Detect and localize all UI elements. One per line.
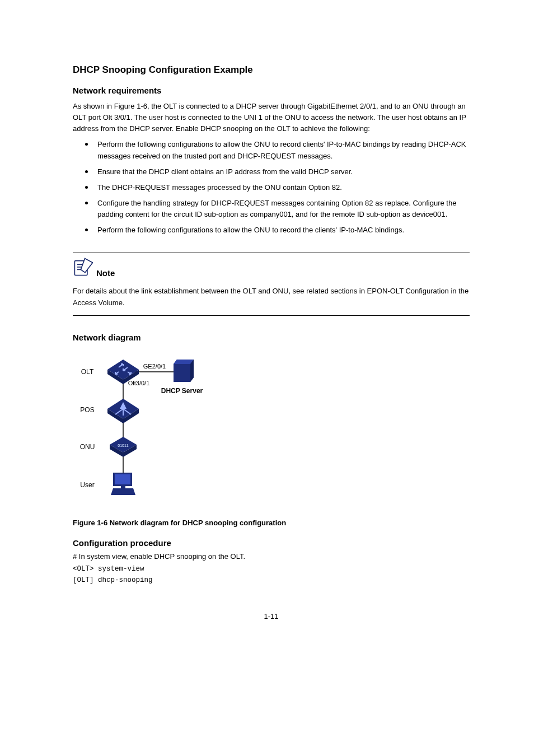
config-procedure-heading: Configuration procedure [73,538,470,548]
list-item: Perform the following configurations to … [85,225,470,236]
network-diagram-heading: Network diagram [73,333,470,342]
svg-text:01011: 01011 [118,444,129,447]
dhcp-server-label: DHCP Server [161,387,203,395]
network-diagram: 01011 OLT POS ONU User DHCP Server GE2/0… [73,351,218,513]
olt-label: OLT [81,368,94,376]
ge-port-label: GE2/0/1 [143,363,166,370]
olt-port-label: Olt3/0/1 [128,380,150,386]
list-item: The DHCP-REQUEST messages processed by t… [85,182,470,193]
list-item: Ensure that the DHCP client obtains an I… [85,166,470,178]
list-item: Configure the handling strategy for DHCP… [85,198,470,220]
cli-line: [OLT] dhcp-snooping [73,575,470,585]
note-block: Note For details about the link establis… [73,253,470,315]
note-icon [73,258,93,280]
network-requirements-heading: Network requirements [73,86,470,95]
requirement-list: Perform the following configurations to … [73,139,470,236]
note-head: Note [73,253,470,282]
note-body: For details about the link establishment… [73,286,470,308]
svg-marker-9 [174,360,194,364]
svg-rect-26 [115,474,130,484]
page-number: 1-11 [73,612,470,620]
config-step: # In system view, enable DHCP snooping o… [73,552,470,561]
section-title: DHCP Snooping Configuration Example [73,64,470,76]
figure-caption: Figure 1-6 Network diagram for DHCP snoo… [73,519,470,527]
cli-line: <OLT> system-view [73,564,470,574]
onu-label: ONU [80,443,95,451]
list-item: Perform the following configurations to … [85,139,470,161]
pos-label: POS [80,406,94,414]
note-label: Note [96,268,115,280]
svg-rect-28 [121,486,125,489]
user-label: User [80,481,94,489]
divider [73,315,470,316]
nr-intro: As shown in Figure 1-6, the OLT is conne… [73,101,470,134]
